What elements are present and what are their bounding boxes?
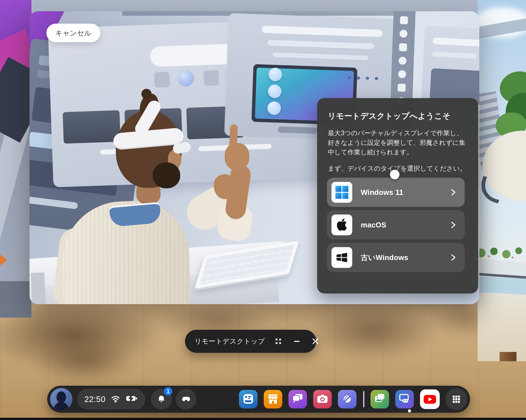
photos-icon bbox=[371, 390, 389, 408]
option-legacy-windows[interactable]: 古いWindows bbox=[327, 243, 465, 272]
universal-menu-dock: 22:50 1 bbox=[47, 386, 470, 413]
remote-display-icon bbox=[395, 390, 414, 408]
windows-legacy-logo-icon bbox=[331, 247, 352, 268]
cancel-button[interactable]: キャンセル bbox=[46, 24, 100, 42]
chevron-right-icon bbox=[449, 253, 457, 262]
option-macos[interactable]: macOS bbox=[327, 210, 465, 240]
pool-water bbox=[478, 276, 526, 295]
quest-home-environment: キャンセル リモートデスクトップへようこそ 最大3つのバーチャルディスプレイで作… bbox=[0, 0, 526, 420]
app-media[interactable] bbox=[371, 390, 389, 408]
environment-right-decor bbox=[478, 0, 526, 361]
app-browser[interactable] bbox=[338, 390, 356, 408]
vr-headset-icon bbox=[181, 394, 191, 404]
person-pointing-finger bbox=[229, 124, 238, 149]
minimize-icon bbox=[292, 336, 302, 346]
terrace-railing bbox=[478, 259, 526, 279]
option-label: Windows 11 bbox=[361, 188, 403, 197]
environment-left-decor bbox=[0, 0, 31, 318]
notification-badge: 1 bbox=[164, 387, 172, 396]
person-right-hand bbox=[225, 143, 249, 170]
app-store[interactable] bbox=[264, 390, 282, 408]
chevron-right-icon bbox=[449, 188, 457, 197]
option-label: 古いWindows bbox=[361, 253, 408, 263]
panel-title: リモートデスクトップへようこそ bbox=[328, 111, 469, 121]
clock: 22:50 bbox=[84, 395, 105, 404]
dock-divider bbox=[363, 391, 364, 407]
floor-shadow bbox=[306, 302, 439, 361]
youtube-icon bbox=[420, 389, 440, 409]
option-label: macOS bbox=[361, 221, 386, 229]
person-beard bbox=[153, 162, 180, 188]
close-window-button[interactable] bbox=[310, 336, 320, 347]
bell-icon bbox=[156, 394, 166, 404]
wall-base bbox=[0, 281, 31, 318]
headset-button[interactable] bbox=[176, 389, 197, 410]
expand-icon bbox=[273, 336, 283, 346]
chevron-right-icon bbox=[449, 221, 457, 229]
avatar[interactable] bbox=[50, 388, 73, 410]
close-icon bbox=[310, 336, 320, 346]
app-camera[interactable] bbox=[313, 390, 332, 408]
screen-bottom-edge bbox=[0, 418, 526, 420]
wifi-icon bbox=[110, 394, 121, 404]
pointer-cursor-dot bbox=[390, 170, 399, 179]
battery-charging-icon bbox=[126, 394, 138, 404]
storefront-icon bbox=[264, 390, 282, 408]
status-pill[interactable]: 22:50 bbox=[77, 389, 145, 410]
wooden-post bbox=[500, 352, 516, 361]
browser-icon bbox=[338, 390, 356, 408]
option-windows-11[interactable]: Windows 11 bbox=[327, 178, 465, 207]
panel-description: 最大3つのバーチャルディスプレイで作業し、好きなように設定を調整して、邪魔されず… bbox=[328, 128, 469, 157]
app-chat[interactable] bbox=[288, 390, 307, 408]
windows-11-logo-icon bbox=[331, 182, 352, 203]
window-titlebar[interactable]: リモートデスクトップ bbox=[185, 330, 316, 353]
apple-logo-icon bbox=[331, 214, 352, 235]
notifications-button[interactable]: 1 bbox=[151, 389, 172, 410]
orange-speck bbox=[0, 254, 7, 266]
active-app-indicator bbox=[408, 409, 411, 412]
welcome-panel: リモートデスクトップへようこそ 最大3つのバーチャルディスプレイで作業し、好きな… bbox=[317, 98, 478, 293]
minimize-window-button[interactable] bbox=[292, 336, 302, 347]
app-remote-display[interactable] bbox=[395, 390, 414, 408]
person-hair-knot bbox=[141, 89, 152, 99]
expand-window-button[interactable] bbox=[273, 336, 283, 347]
app-youtube[interactable] bbox=[420, 389, 440, 409]
feed-icon bbox=[239, 390, 258, 408]
app-grid-icon bbox=[447, 388, 466, 410]
window-title: リモートデスクトップ bbox=[195, 337, 265, 346]
camera-icon bbox=[313, 390, 332, 408]
app-feed[interactable] bbox=[239, 390, 258, 408]
floor-shadow bbox=[34, 340, 135, 385]
app-library-button[interactable] bbox=[445, 388, 467, 410]
chat-bubbles-icon bbox=[288, 390, 307, 408]
